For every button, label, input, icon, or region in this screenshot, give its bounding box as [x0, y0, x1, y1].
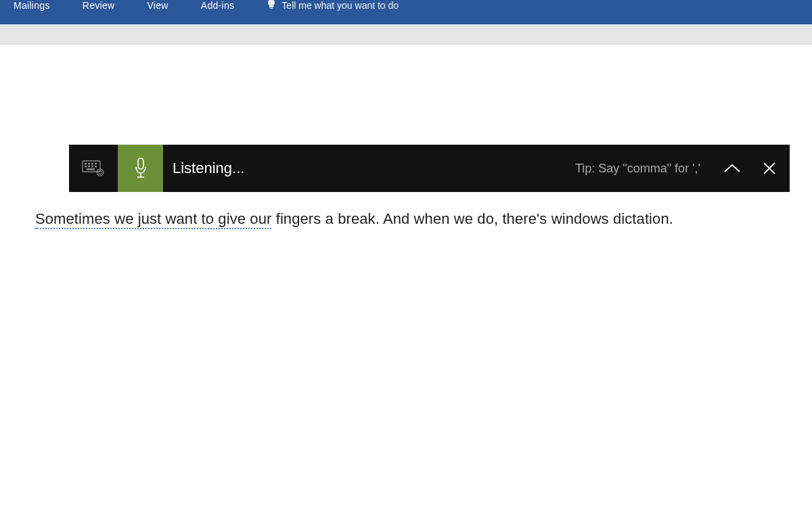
- dictation-status-text: Listening...: [163, 160, 575, 177]
- grammar-flagged-text[interactable]: Sometimes we just want to give our: [35, 210, 271, 229]
- svg-rect-4: [95, 163, 97, 165]
- tab-review[interactable]: Review: [83, 0, 115, 11]
- microphone-button[interactable]: [118, 145, 163, 192]
- ribbon-tabs-bar: Mailings Review View Add-ins Tell me wha…: [0, 0, 812, 24]
- collapse-button[interactable]: [715, 145, 749, 192]
- chevron-up-icon: [723, 163, 741, 174]
- ribbon-toolbar-area: [0, 24, 812, 45]
- document-text-rest: fingers a break. And when we do, there's…: [271, 210, 673, 227]
- tab-addins[interactable]: Add-ins: [201, 0, 235, 11]
- tell-me-search[interactable]: Tell me what you want to do: [267, 0, 399, 12]
- tab-mailings[interactable]: Mailings: [14, 0, 50, 11]
- dictation-bar: Listening... Tip: Say "comma" for ',': [69, 145, 790, 192]
- svg-rect-11: [138, 158, 143, 169]
- document-text-line[interactable]: Sometimes we just want to give our finge…: [35, 210, 673, 228]
- document-area[interactable]: Listening... Tip: Say "comma" for ',' So…: [0, 45, 812, 526]
- svg-rect-1: [85, 163, 87, 165]
- svg-rect-7: [91, 166, 93, 168]
- svg-rect-6: [88, 166, 90, 168]
- close-icon: [762, 161, 777, 176]
- tab-view[interactable]: View: [147, 0, 168, 11]
- keyboard-settings-button[interactable]: [69, 145, 118, 192]
- tell-me-placeholder: Tell me what you want to do: [281, 0, 399, 11]
- lightbulb-icon: [267, 0, 276, 11]
- svg-rect-9: [87, 168, 95, 170]
- svg-rect-2: [88, 163, 90, 165]
- svg-rect-5: [85, 166, 87, 168]
- dictation-tip-text: Tip: Say "comma" for ',': [575, 162, 715, 176]
- keyboard-icon: [82, 160, 105, 177]
- close-button[interactable]: [749, 145, 790, 192]
- svg-rect-3: [91, 163, 93, 165]
- microphone-icon: [134, 157, 148, 180]
- svg-rect-8: [95, 166, 97, 168]
